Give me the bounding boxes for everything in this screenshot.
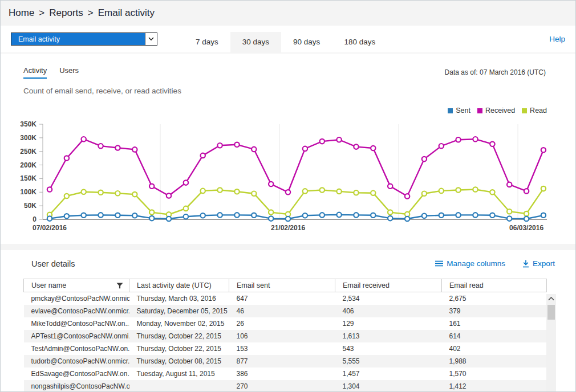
received-point[interactable]: [115, 145, 120, 150]
read-point[interactable]: [507, 209, 512, 214]
sent-point[interactable]: [286, 217, 290, 221]
help-link[interactable]: Help: [549, 35, 565, 43]
read-point[interactable]: [201, 189, 205, 193]
read-point[interactable]: [303, 189, 307, 193]
sent-point[interactable]: [303, 213, 307, 218]
sent-point[interactable]: [167, 217, 171, 221]
read-point[interactable]: [64, 194, 69, 198]
sent-point[interactable]: [47, 216, 52, 220]
sent-point[interactable]: [201, 213, 205, 218]
sent-point[interactable]: [371, 213, 375, 218]
read-point[interactable]: [149, 210, 154, 214]
received-point[interactable]: [149, 184, 154, 189]
sent-point[interactable]: [490, 213, 494, 218]
received-point[interactable]: [320, 139, 324, 144]
received-point[interactable]: [269, 182, 273, 186]
period-tab-30-days[interactable]: 30 days: [230, 32, 281, 52]
received-point[interactable]: [439, 144, 444, 148]
received-point[interactable]: [64, 156, 69, 160]
sent-point[interactable]: [132, 213, 137, 218]
received-point[interactable]: [98, 144, 103, 148]
received-point[interactable]: [286, 190, 290, 194]
period-tab-180-days[interactable]: 180 days: [332, 32, 387, 52]
read-point[interactable]: [524, 211, 529, 216]
sent-point[interactable]: [269, 216, 273, 220]
sent-point[interactable]: [252, 213, 256, 218]
read-point[interactable]: [336, 189, 341, 194]
read-point[interactable]: [132, 192, 137, 197]
read-point[interactable]: [439, 189, 444, 193]
received-point[interactable]: [507, 182, 512, 187]
breadcrumb-item-home[interactable]: Home: [9, 7, 34, 18]
received-point[interactable]: [234, 142, 239, 147]
read-point[interactable]: [456, 187, 460, 192]
read-point[interactable]: [422, 191, 427, 196]
sent-point[interactable]: [234, 213, 239, 217]
received-point[interactable]: [524, 189, 529, 193]
received-point[interactable]: [371, 146, 375, 150]
received-point[interactable]: [167, 193, 171, 198]
read-point[interactable]: [252, 191, 256, 196]
sent-point[interactable]: [336, 213, 341, 217]
sent-point[interactable]: [184, 214, 188, 219]
received-point[interactable]: [201, 153, 205, 158]
received-point[interactable]: [184, 180, 188, 185]
sent-point[interactable]: [98, 213, 103, 217]
column-header-email-read[interactable]: Email read: [442, 279, 547, 292]
received-point[interactable]: [252, 147, 256, 152]
sent-point[interactable]: [456, 213, 460, 217]
chevron-down-icon[interactable]: [145, 33, 157, 45]
sent-point[interactable]: [64, 214, 69, 218]
column-header-last-activity-date-utc-[interactable]: Last activity date (UTC): [129, 279, 229, 292]
filter-icon[interactable]: [116, 283, 123, 291]
sent-point[interactable]: [149, 216, 154, 220]
report-type-select[interactable]: Email activity: [11, 32, 157, 46]
received-point[interactable]: [47, 187, 52, 191]
sent-point[interactable]: [524, 217, 529, 221]
column-header-user-name[interactable]: User name: [24, 279, 129, 292]
tab-activity[interactable]: Activity: [23, 66, 47, 79]
received-point[interactable]: [456, 137, 460, 142]
scroll-up-arrow[interactable]: [546, 294, 556, 304]
sent-point[interactable]: [541, 213, 546, 218]
received-point[interactable]: [132, 147, 137, 152]
received-point[interactable]: [405, 194, 409, 198]
read-point[interactable]: [115, 191, 120, 195]
sent-point[interactable]: [388, 216, 392, 220]
read-point[interactable]: [371, 191, 375, 195]
breadcrumb-item-reports[interactable]: Reports: [49, 7, 83, 18]
legend-item-sent[interactable]: Sent: [448, 107, 470, 115]
received-point[interactable]: [490, 142, 494, 146]
table-scrollbar[interactable]: [546, 294, 556, 392]
sent-point[interactable]: [354, 213, 358, 217]
export-button[interactable]: Export: [522, 259, 555, 268]
column-header-email-received[interactable]: Email received: [335, 279, 442, 292]
received-point[interactable]: [217, 143, 222, 148]
read-point[interactable]: [354, 190, 358, 195]
column-header-email-sent[interactable]: Email sent: [229, 279, 335, 292]
legend-item-received[interactable]: Received: [477, 107, 515, 115]
received-point[interactable]: [422, 157, 427, 161]
read-point[interactable]: [98, 190, 103, 195]
read-point[interactable]: [269, 210, 273, 214]
tab-users[interactable]: Users: [59, 66, 79, 79]
read-point[interactable]: [388, 210, 392, 214]
sent-point[interactable]: [217, 213, 222, 217]
read-point[interactable]: [541, 186, 546, 191]
sent-point[interactable]: [405, 217, 409, 221]
received-point[interactable]: [388, 184, 392, 189]
scrollbar-thumb[interactable]: [547, 305, 555, 320]
received-point[interactable]: [354, 144, 358, 149]
read-point[interactable]: [490, 190, 494, 194]
read-point[interactable]: [234, 189, 239, 194]
period-tab-90-days[interactable]: 90 days: [281, 32, 332, 52]
manage-columns-button[interactable]: Manage columns: [435, 259, 505, 268]
period-tab-7-days[interactable]: 7 days: [184, 32, 230, 52]
sent-point[interactable]: [320, 213, 324, 217]
received-point[interactable]: [473, 137, 477, 141]
received-point[interactable]: [336, 137, 341, 142]
sent-point[interactable]: [422, 214, 427, 218]
sent-point[interactable]: [473, 213, 477, 217]
sent-point[interactable]: [82, 213, 86, 218]
legend-item-read[interactable]: Read: [522, 107, 547, 115]
